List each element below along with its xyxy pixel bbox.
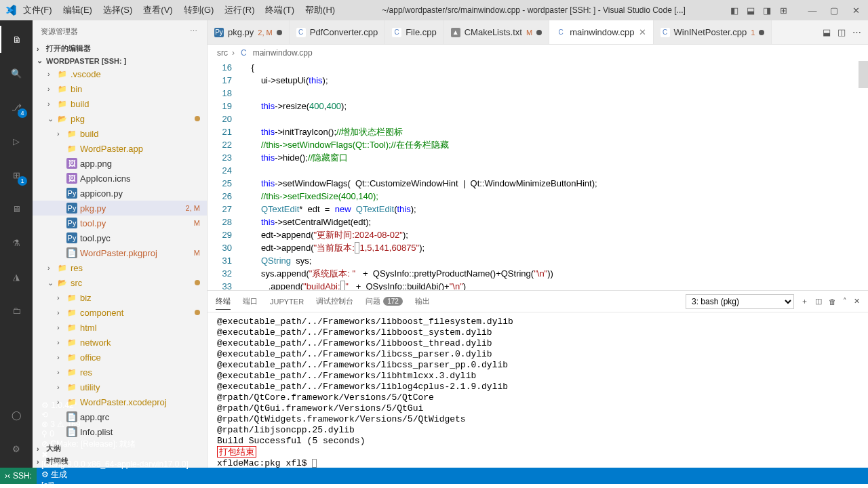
panel-tab-problems[interactable]: 问题172 (366, 293, 403, 309)
status-bar: ›‹ SSH: ⚙ 1.0.42*⟲⊗ 3 ⚠ 169⚲ 0⊘ CMake: [… (0, 468, 868, 484)
minimap[interactable] (859, 61, 868, 290)
testing-icon[interactable]: ⚗ (0, 229, 33, 256)
layout-panel-right-icon[interactable]: ◨ (761, 4, 773, 16)
panel-tab-output[interactable]: 输出 (415, 293, 430, 309)
terminal-select[interactable]: 3: bash (pkg) (686, 294, 794, 309)
editor-split-icon[interactable]: ◫ (837, 27, 846, 37)
tree-item[interactable]: ⌄📂pkg (33, 111, 207, 126)
settings-gear-icon[interactable]: ⚙ (0, 435, 33, 462)
section-project[interactable]: ⌄WORDPASTER [SSH: ] (33, 55, 207, 66)
close-window-button[interactable]: ✕ (849, 5, 863, 16)
tree-item[interactable]: ›📁network (33, 335, 207, 350)
sidebar-title: 资源管理器 (41, 26, 78, 37)
menu-view[interactable]: 查看(V) (139, 3, 176, 18)
run-debug-icon[interactable]: ▷ (0, 127, 33, 155)
editor-more-icon[interactable]: ⋯ (852, 27, 861, 37)
cmake-icon[interactable]: ◮ (0, 263, 33, 290)
tree-item[interactable]: ›📁build (33, 126, 207, 141)
tree-item[interactable]: Pyappicon.py (33, 186, 207, 201)
title-bar: 文件(F) 编辑(E) 选择(S) 查看(V) 转到(G) 运行(R) 终端(T… (0, 0, 868, 20)
status-item[interactable]: ⚙ 生成 (37, 469, 193, 481)
editor-tab[interactable]: CWinINetPoster.cpp1 (654, 20, 772, 44)
menu-file[interactable]: 文件(F) (19, 3, 56, 18)
status-item[interactable]: [all] (37, 481, 193, 488)
menu-help[interactable]: 帮助(H) (301, 3, 339, 18)
kill-terminal-icon[interactable]: 🗑 (829, 298, 836, 306)
editor-tab[interactable]: CPdfConverter.cpp (290, 20, 385, 44)
menu-run[interactable]: 运行(R) (220, 3, 258, 18)
editor-area: Pypkg.py2, MCPdfConverter.cppCFile.cpp▲C… (208, 20, 868, 468)
menu-selection[interactable]: 选择(S) (99, 3, 136, 18)
panel-tab-debug[interactable]: 调试控制台 (316, 293, 353, 309)
maximize-panel-icon[interactable]: ˄ (843, 297, 847, 306)
bottom-panel: 终端 端口 JUPYTER 调试控制台 问题172 输出 3: bash (pk… (208, 290, 868, 468)
tree-item[interactable]: 🖼AppIcon.icns (33, 171, 207, 186)
panel-tab-terminal[interactable]: 终端 (216, 293, 231, 310)
minimize-button[interactable]: ― (806, 5, 819, 16)
menu-edit[interactable]: 编辑(E) (59, 3, 96, 18)
maximize-button[interactable]: ▢ (827, 5, 841, 16)
tree-item[interactable]: Pytool.pyM (33, 216, 207, 230)
status-item[interactable]: [Clang 9.0.0 x86_64-apple-darwin17.0.0] (37, 460, 193, 469)
tree-item[interactable]: ›📁.vscode (33, 66, 207, 81)
tree-item[interactable]: 📄app.qrc (33, 409, 207, 424)
layout-panel-left-icon[interactable]: ◧ (728, 4, 741, 16)
tree-item[interactable]: ›📁biz (33, 290, 207, 305)
layout-customize-icon[interactable]: ⊞ (777, 4, 789, 16)
tree-item[interactable]: ›📁html (33, 320, 207, 335)
tree-item[interactable]: ›📁res (33, 365, 207, 380)
tree-item[interactable]: 📄WordPaster.pkgprojM (33, 245, 207, 260)
remote-explorer-icon[interactable]: 🖥 (0, 195, 33, 222)
editor-tab[interactable]: ▲CMakeLists.txtM (444, 20, 549, 44)
editor-tabs: Pypkg.py2, MCPdfConverter.cppCFile.cpp▲C… (208, 20, 868, 45)
tree-item[interactable]: ›📁bin (33, 81, 207, 96)
editor-tab[interactable]: Pypkg.py2, M (208, 20, 290, 44)
panel-tab-ports[interactable]: 端口 (243, 293, 258, 309)
tree-item[interactable]: ›📁build (33, 96, 207, 111)
new-terminal-icon[interactable]: ＋ (801, 296, 808, 306)
tree-item[interactable]: 🖼app.png (33, 156, 207, 171)
window-title: ~/app/wordpaster/src/mainwindow.cpp - wo… (342, 5, 726, 15)
menu-terminal[interactable]: 终端(T) (261, 3, 298, 18)
tree-item[interactable]: ›📁utility (33, 380, 207, 394)
explorer-icon[interactable]: 🗎 (0, 26, 33, 53)
folder-icon[interactable]: 🗀 (0, 297, 33, 324)
extensions-icon[interactable]: ⊞1 (0, 161, 33, 188)
tree-item[interactable]: ›📁office (33, 350, 207, 365)
breadcrumb[interactable]: src› C mainwindow.cpp (208, 45, 868, 61)
tree-item[interactable]: ›📁WordPaster.xcodeproj (33, 394, 207, 409)
code-editor[interactable]: 161718192021222324252627282930313233 { u… (208, 61, 868, 290)
split-terminal-icon[interactable]: ◫ (815, 297, 822, 306)
section-open-editors[interactable]: ›打开的编辑器 (33, 42, 207, 55)
vscode-icon (5, 5, 16, 16)
source-control-icon[interactable]: ⎇4 (0, 94, 33, 121)
cpp-file-icon: C (239, 48, 249, 58)
file-tree: ›📁.vscode›📁bin›📁build⌄📂pkg›📁build 📁WordP… (33, 66, 207, 442)
status-item[interactable]: ✖ (37, 450, 193, 460)
panel-tab-jupyter[interactable]: JUPYTER (270, 295, 304, 308)
editor-tab[interactable]: CFile.cpp (385, 20, 444, 44)
close-panel-icon[interactable]: ✕ (854, 297, 860, 306)
editor-compare-icon[interactable]: ⬓ (823, 27, 831, 37)
explorer-sidebar: 资源管理器 ⋯ ›打开的编辑器 ⌄WORDPASTER [SSH: ] ›📁.v… (33, 20, 208, 468)
tree-item[interactable]: 📄Info.plist (33, 424, 207, 439)
tree-item[interactable]: 📁WordPaster.app (33, 141, 207, 156)
tree-item[interactable]: ›📁component (33, 305, 207, 320)
menu-go[interactable]: 转到(G) (180, 3, 218, 18)
editor-tab[interactable]: Cmainwindow.cpp✕ (549, 20, 653, 44)
status-remote[interactable]: ›‹ SSH: (0, 468, 37, 484)
tree-item[interactable]: ⌄📂src (33, 275, 207, 290)
tree-item[interactable]: Pypkg.py2, M (33, 201, 207, 216)
terminal-body[interactable]: @executable_path/../Frameworks/libboost_… (208, 312, 868, 468)
search-icon[interactable]: 🔍 (0, 60, 33, 87)
tree-item[interactable]: ›📁res (33, 260, 207, 275)
activity-bar: 🗎 🔍 ⎇4 ▷ ⊞1 🖥 ⚗ ◮ 🗀 ◯ ⚙ (0, 20, 33, 468)
accounts-icon[interactable]: ◯ (0, 401, 33, 428)
sidebar-more-icon[interactable]: ⋯ (190, 27, 199, 36)
layout-panel-bottom-icon[interactable]: ⬓ (745, 4, 757, 16)
tree-item[interactable]: Pytool.pyc (33, 230, 207, 245)
status-item[interactable]: ⊘ CMake: [Release]: 就绪 (37, 439, 193, 450)
